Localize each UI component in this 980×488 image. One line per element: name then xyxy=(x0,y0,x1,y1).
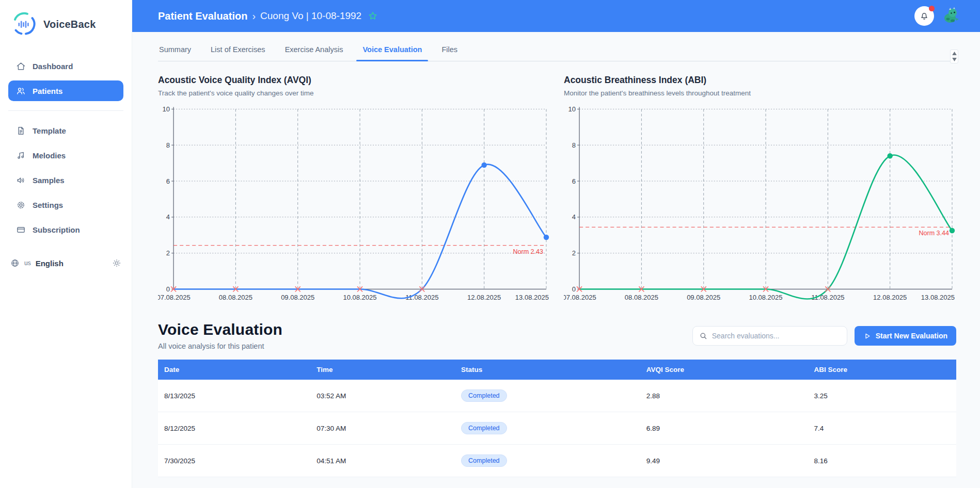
table-row[interactable]: 8/13/2025 03:52 AM Completed 2.88 3.25 xyxy=(158,380,956,412)
sidebar-nav: Dashboard Patients Template Melodies xyxy=(0,56,132,240)
cell-date: 8/12/2025 xyxy=(158,412,310,445)
play-icon xyxy=(863,332,871,340)
abi-chart-card: Acoustic Breathiness Index (ABI) Monitor… xyxy=(564,75,956,308)
sidebar-item-label: Template xyxy=(33,126,66,135)
brand-logo[interactable]: VoiceBack xyxy=(0,0,132,42)
cell-time: 07:30 AM xyxy=(310,412,455,445)
sidebar-item-label: Settings xyxy=(33,201,63,209)
svg-text:11.08.2025: 11.08.2025 xyxy=(405,294,438,301)
favorite-star-icon[interactable] xyxy=(368,11,378,21)
cell-status: Completed xyxy=(455,445,640,477)
svg-text:07.08.2025: 07.08.2025 xyxy=(158,294,191,301)
svg-text:09.08.2025: 09.08.2025 xyxy=(281,294,314,301)
cell-status: Completed xyxy=(455,380,640,412)
theme-toggle-sun-icon[interactable] xyxy=(112,258,121,268)
svg-text:13.08.2025: 13.08.2025 xyxy=(515,294,549,301)
svg-text:10: 10 xyxy=(163,105,170,113)
tab-files[interactable]: Files xyxy=(440,39,459,61)
evaluations-subtitle: All voice analysis for this patient xyxy=(158,342,282,350)
sidebar-item-label: Subscription xyxy=(33,225,80,234)
svg-text:13.08.2025: 13.08.2025 xyxy=(921,294,955,301)
table-row[interactable]: 8/12/2025 07:30 AM Completed 6.89 7.4 xyxy=(158,412,956,445)
patient-tabs: Summary List of Exercises Exercise Analy… xyxy=(158,39,958,61)
voiceback-logo-icon xyxy=(10,11,36,37)
tab-list-of-exercises[interactable]: List of Exercises xyxy=(210,39,266,61)
language-label: English xyxy=(36,259,64,268)
svg-text:Norm 2.43: Norm 2.43 xyxy=(513,248,543,255)
svg-text:4: 4 xyxy=(572,213,576,221)
search-input[interactable] xyxy=(712,332,841,340)
bell-icon xyxy=(919,11,929,21)
sidebar-item-template[interactable]: Template xyxy=(8,120,123,141)
evaluations-title: Voice Evaluation xyxy=(158,321,282,338)
abi-line-chart: 024681007.08.202508.08.202509.08.202510.… xyxy=(564,101,956,308)
svg-text:0: 0 xyxy=(166,285,170,293)
user-avatar[interactable] xyxy=(942,7,960,25)
search-icon xyxy=(699,332,707,340)
avqi-chart-title: Acoustic Voice Quality Index (AVQI) xyxy=(158,75,550,86)
breadcrumb-patient: Cuong Vo | 10-08-1992 xyxy=(260,10,361,22)
sidebar-item-melodies[interactable]: Melodies xyxy=(8,145,123,166)
col-header-date: Date xyxy=(158,360,310,380)
cell-abi: 3.25 xyxy=(808,380,956,412)
table-row[interactable]: 7/30/2025 04:51 AM Completed 9.49 8.16 xyxy=(158,445,956,477)
sidebar-item-patients[interactable]: Patients xyxy=(8,80,123,101)
cell-time: 04:51 AM xyxy=(310,445,455,477)
svg-text:09.08.2025: 09.08.2025 xyxy=(687,294,720,301)
scroll-down-button[interactable] xyxy=(952,58,957,61)
subscription-icon xyxy=(16,225,26,235)
scroll-spinner xyxy=(950,50,958,63)
evaluations-table: Date Time Status AVQI Score ABI Score 8/… xyxy=(158,360,956,477)
evaluations-header: Voice Evaluation All voice analysis for … xyxy=(132,308,980,350)
scroll-up-button[interactable] xyxy=(952,52,957,55)
cell-avqi: 9.49 xyxy=(640,445,808,477)
svg-text:0: 0 xyxy=(572,285,576,293)
svg-text:8: 8 xyxy=(572,141,576,149)
sidebar-item-dashboard[interactable]: Dashboard xyxy=(8,56,123,76)
cell-avqi: 6.89 xyxy=(640,412,808,445)
page-header: Patient Evaluation › Cuong Vo | 10-08-19… xyxy=(132,0,980,32)
template-icon xyxy=(16,126,26,136)
breadcrumb-separator: › xyxy=(252,10,256,22)
start-new-evaluation-button[interactable]: Start New Evaluation xyxy=(855,326,956,346)
globe-icon xyxy=(10,258,20,268)
patients-icon xyxy=(16,86,26,96)
tab-summary[interactable]: Summary xyxy=(158,39,192,61)
sidebar-item-settings[interactable]: Settings xyxy=(8,194,123,215)
sidebar-item-subscription[interactable]: Subscription xyxy=(8,219,123,240)
sidebar-divider xyxy=(8,110,123,111)
settings-icon xyxy=(16,200,26,210)
cell-time: 03:52 AM xyxy=(310,380,455,412)
svg-text:08.08.2025: 08.08.2025 xyxy=(625,294,658,301)
notifications-button[interactable] xyxy=(914,6,934,26)
evaluations-controls: Start New Evaluation xyxy=(692,326,956,346)
sidebar-item-samples[interactable]: Samples xyxy=(8,170,123,190)
svg-text:2: 2 xyxy=(166,249,170,257)
table-header-row: Date Time Status AVQI Score ABI Score xyxy=(158,360,956,380)
svg-text:10: 10 xyxy=(568,105,576,113)
svg-text:Norm 3.44: Norm 3.44 xyxy=(919,230,949,237)
cell-avqi: 2.88 xyxy=(640,380,808,412)
notification-dot xyxy=(929,6,935,11)
svg-text:10.08.2025: 10.08.2025 xyxy=(343,294,376,301)
charts-section: Acoustic Voice Quality Index (AVQI) Trac… xyxy=(132,61,980,308)
melodies-icon xyxy=(16,151,26,160)
language-country-code: us xyxy=(24,259,31,267)
svg-text:4: 4 xyxy=(166,213,170,221)
svg-text:2: 2 xyxy=(572,249,576,257)
avqi-chart-card: Acoustic Voice Quality Index (AVQI) Trac… xyxy=(158,75,550,308)
sidebar-item-label: Patients xyxy=(33,87,62,95)
svg-text:12.08.2025: 12.08.2025 xyxy=(467,294,501,301)
main-content: Summary List of Exercises Exercise Analy… xyxy=(132,32,980,488)
tab-voice-evaluation[interactable]: Voice Evaluation xyxy=(361,39,423,61)
svg-text:07.08.2025: 07.08.2025 xyxy=(564,294,596,301)
start-new-evaluation-label: Start New Evaluation xyxy=(876,332,947,340)
svg-text:8: 8 xyxy=(166,141,170,149)
cell-date: 7/30/2025 xyxy=(158,445,310,477)
header-actions xyxy=(914,6,960,26)
tab-exercise-analysis[interactable]: Exercise Analysis xyxy=(284,39,344,61)
col-header-time: Time xyxy=(310,360,455,380)
col-header-status: Status xyxy=(455,360,640,380)
breadcrumb-section: Patient Evaluation xyxy=(158,10,247,22)
language-selector[interactable]: us English xyxy=(10,258,121,268)
